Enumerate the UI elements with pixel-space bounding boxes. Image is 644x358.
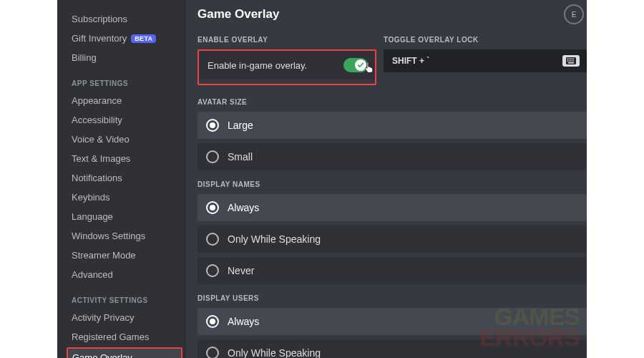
radio-circle-icon bbox=[206, 201, 219, 214]
svg-rect-10 bbox=[573, 60, 574, 61]
svg-rect-6 bbox=[567, 60, 567, 61]
sidebar-item-label: Advanced bbox=[72, 269, 113, 280]
svg-rect-3 bbox=[570, 59, 571, 59]
sidebar-item-voice-video[interactable]: Voice & Video bbox=[67, 130, 182, 148]
sidebar-item-activity-privacy[interactable]: Activity Privacy bbox=[67, 309, 182, 326]
beta-badge: BETA bbox=[131, 34, 156, 43]
radio-option-only-while-speaking[interactable]: Only While Speaking bbox=[197, 339, 587, 358]
sidebar-item-language[interactable]: Language bbox=[67, 208, 182, 226]
radio-option-label: Never bbox=[228, 265, 254, 276]
radio-circle-icon bbox=[206, 315, 219, 328]
sidebar-item-subscriptions[interactable]: Subscriptions bbox=[67, 10, 182, 28]
sidebar-item-text-images[interactable]: Text & Images bbox=[67, 150, 182, 168]
activity-settings-header: ACTIVITY SETTINGS bbox=[67, 285, 182, 309]
page-title: Game Overlay bbox=[197, 7, 587, 21]
app-settings-header: APP SETTINGS bbox=[67, 68, 182, 92]
radio-option-only-while-speaking[interactable]: Only While Speaking bbox=[197, 226, 587, 253]
keybind-value: SHIFT + ` bbox=[392, 56, 429, 66]
display-users-group: AlwaysOnly While Speaking bbox=[197, 308, 587, 358]
toggle-lock-header: TOGGLE OVERLAY LOCK bbox=[384, 33, 587, 49]
sidebar-item-label: Activity Privacy bbox=[72, 312, 134, 323]
radio-option-always[interactable]: Always bbox=[197, 308, 587, 335]
svg-rect-7 bbox=[569, 60, 570, 61]
sidebar-item-billing[interactable]: Billing bbox=[67, 49, 182, 67]
radio-option-label: Only While Speaking bbox=[228, 347, 321, 358]
radio-option-label: Only While Speaking bbox=[228, 233, 321, 245]
sidebar-item-label: Keybinds bbox=[72, 192, 109, 203]
svg-rect-11 bbox=[568, 62, 574, 63]
close-label: E bbox=[572, 11, 577, 19]
svg-rect-9 bbox=[572, 60, 572, 61]
sidebar-item-streamer-mode[interactable]: Streamer Mode bbox=[67, 246, 182, 264]
radio-option-never[interactable]: Never bbox=[197, 257, 587, 284]
sidebar-item-game-overlay[interactable]: Game Overlay bbox=[68, 349, 181, 358]
keybind-bar[interactable]: SHIFT + ` bbox=[384, 49, 587, 72]
radio-option-label: Always bbox=[228, 202, 259, 213]
settings-sidebar: SubscriptionsGift InventoryBETABilling A… bbox=[57, 0, 186, 358]
radio-circle-icon bbox=[206, 119, 219, 132]
enable-overlay-highlight: Enable in-game overlay. bbox=[197, 49, 376, 85]
sidebar-item-label: Gift Inventory bbox=[72, 33, 127, 44]
sidebar-item-label: Accessibility bbox=[72, 115, 122, 125]
svg-rect-4 bbox=[572, 59, 572, 59]
radio-option-label: Large bbox=[228, 120, 253, 131]
sidebar-item-label: Language bbox=[72, 211, 113, 222]
close-button[interactable]: E bbox=[564, 4, 584, 24]
radio-option-label: Always bbox=[228, 316, 259, 327]
sidebar-item-label: Registered Games bbox=[72, 332, 149, 342]
sidebar-item-keybinds[interactable]: Keybinds bbox=[67, 188, 182, 206]
radio-circle-icon bbox=[206, 233, 219, 246]
avatar-size-group: LargeSmall bbox=[197, 112, 587, 170]
sidebar-item-label: Game Overlay bbox=[72, 352, 132, 358]
avatar-size-header: AVATAR SIZE bbox=[197, 95, 587, 112]
sidebar-item-accessibility[interactable]: Accessibility bbox=[67, 111, 182, 129]
enable-overlay-row: Enable in-game overlay. bbox=[199, 51, 375, 79]
main-content: E Game Overlay ENABLE OVERLAY Enable in-… bbox=[186, 0, 587, 358]
sidebar-item-registered-games[interactable]: Registered Games bbox=[67, 328, 182, 346]
sidebar-item-label: Appearance bbox=[72, 95, 122, 106]
settings-window: SubscriptionsGift InventoryBETABilling A… bbox=[57, 0, 587, 358]
radio-circle-icon bbox=[206, 347, 219, 358]
enable-overlay-header: ENABLE OVERLAY bbox=[197, 33, 376, 49]
sidebar-item-label: Billing bbox=[72, 52, 97, 63]
svg-rect-5 bbox=[573, 59, 574, 59]
svg-rect-2 bbox=[569, 59, 570, 59]
display-users-header: DISPLAY USERS bbox=[197, 291, 587, 308]
sidebar-item-appearance[interactable]: Appearance bbox=[67, 92, 182, 110]
sidebar-item-label: Streamer Mode bbox=[72, 250, 136, 261]
radio-option-large[interactable]: Large bbox=[197, 112, 587, 139]
svg-rect-1 bbox=[567, 59, 567, 59]
sidebar-item-label: Voice & Video bbox=[72, 134, 130, 145]
svg-rect-8 bbox=[570, 60, 571, 61]
display-names-group: AlwaysOnly While SpeakingNever bbox=[197, 194, 587, 284]
sidebar-item-gift-inventory[interactable]: Gift InventoryBETA bbox=[67, 29, 182, 47]
sidebar-item-windows-settings[interactable]: Windows Settings bbox=[67, 227, 182, 245]
sidebar-item-notifications[interactable]: Notifications bbox=[67, 169, 182, 187]
radio-option-label: Small bbox=[228, 151, 253, 163]
radio-circle-icon bbox=[206, 264, 219, 277]
keyboard-icon bbox=[562, 55, 580, 67]
radio-circle-icon bbox=[206, 150, 219, 163]
enable-overlay-label: Enable in-game overlay. bbox=[208, 60, 307, 71]
enable-overlay-toggle[interactable] bbox=[343, 58, 368, 72]
sidebar-item-label: Windows Settings bbox=[72, 231, 145, 241]
sidebar-item-label: Subscriptions bbox=[72, 14, 127, 24]
sidebar-item-advanced[interactable]: Advanced bbox=[67, 266, 182, 284]
sidebar-item-label: Text & Images bbox=[72, 153, 130, 164]
sidebar-item-label: Notifications bbox=[72, 173, 122, 183]
display-names-header: DISPLAY NAMES bbox=[197, 178, 587, 194]
radio-option-always[interactable]: Always bbox=[197, 194, 587, 221]
radio-option-small[interactable]: Small bbox=[197, 143, 587, 170]
